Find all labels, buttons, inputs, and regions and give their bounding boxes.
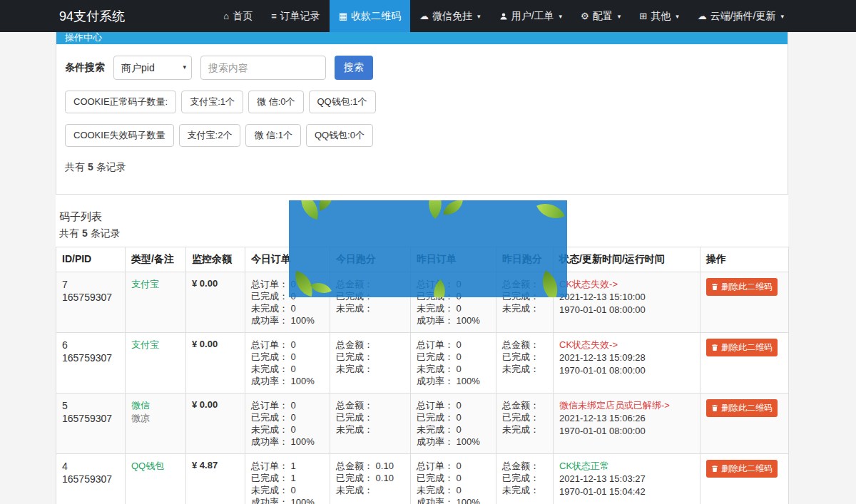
nav-order-records[interactable]: ≡ 订单记录	[262, 0, 330, 32]
row-type: 微信	[131, 399, 180, 412]
stat-line: 已完成： 0.10	[336, 472, 404, 484]
leaf-decoration	[427, 279, 453, 297]
nav-config[interactable]: ⚙ 配置 ▾	[571, 0, 630, 32]
row-pid: 165759307	[62, 412, 119, 425]
nav-home[interactable]: ⌂ 首页	[214, 0, 262, 32]
stat-line: 已完成： 0	[251, 351, 324, 363]
stat-line: 成功率： 100%	[251, 375, 324, 387]
list-count-suffix: 条记录	[91, 227, 121, 239]
trash-icon	[711, 465, 718, 473]
cell-status-times: CK状态失效-> 2021-12-13 15:09:28 1970-01-01 …	[554, 333, 700, 394]
wechat-valid-count-badge[interactable]: 微 信:0个	[248, 91, 303, 113]
leaf-decoration	[534, 270, 566, 297]
row-status: 微信未绑定店员或已解绑->	[559, 399, 694, 412]
delete-qrcode-button[interactable]: 删除此二维码	[706, 339, 778, 356]
cookie-valid-stats-row: COOKIE正常码子数量: 支付宝:1个 微 信:0个 QQ钱包:1个	[65, 91, 779, 113]
nav-users-tickets[interactable]: 用户/工单 ▾	[490, 0, 571, 32]
stat-line: 总订单： 0	[251, 399, 324, 411]
nav-wechat-nohang-label: 微信免挂	[432, 10, 472, 23]
cookie-invalid-title-badge[interactable]: COOKIE失效码子数量	[65, 124, 174, 147]
stat-line: 成功率： 100%	[251, 436, 324, 448]
stat-line: 未完成： 0	[251, 423, 324, 436]
nav-other[interactable]: ⊞ 其他 ▾	[630, 0, 688, 32]
column-header-type-note: 类型/备注	[126, 247, 186, 272]
stat-line: 未完成：	[502, 363, 547, 375]
stat-line: 未完成： 0	[417, 423, 490, 436]
qq-wallet-invalid-count-badge[interactable]: QQ钱包:0个	[306, 124, 373, 147]
search-type-select[interactable]: 商户pid	[113, 56, 192, 80]
row-pid: 165759307	[62, 473, 119, 485]
nav-home-label: 首页	[233, 10, 253, 23]
stat-line: 未完成： 0	[417, 302, 490, 314]
alipay-valid-count-badge[interactable]: 支付宝:1个	[181, 91, 243, 113]
stat-line: 总金额： 0.10	[336, 460, 404, 472]
nav-wechat-nohang[interactable]: ☁ 微信免挂 ▾	[410, 0, 490, 32]
nav-menu: ⌂ 首页 ≡ 订单记录 ▦ 收款二维码 ☁ 微信免挂 ▾ 用户/工单 ▾ ⚙ 配…	[214, 0, 793, 32]
chevron-down-icon: ▾	[780, 13, 784, 20]
row-pid: 165759307	[62, 351, 119, 364]
row-status: CK状态失效->	[559, 278, 694, 291]
alipay-invalid-count-badge[interactable]: 支付宝:2个	[179, 124, 241, 147]
stat-line: 已完成：	[336, 351, 404, 363]
stat-line: 已完成： 1	[251, 472, 324, 484]
cell-type-note: QQ钱包	[126, 454, 186, 504]
cell-status-times: 微信未绑定店员或已解绑-> 2021-12-13 15:06:26 1970-0…	[554, 394, 700, 454]
row-update-time: 2021-12-13 15:03:27	[559, 473, 694, 485]
cell-actions: 删除此二维码	[700, 394, 789, 454]
stat-line: 总订单： 0	[417, 460, 490, 472]
nav-order-records-label: 订单记录	[280, 10, 320, 23]
stat-line: 成功率： 100%	[417, 314, 490, 326]
row-note: 微凉	[131, 412, 180, 425]
wechat-invalid-count-badge[interactable]: 微 信:1个	[245, 124, 300, 147]
cloud-icon: ☁	[419, 11, 429, 21]
row-run-time: 1970-01-01 08:00:00	[559, 364, 694, 377]
home-icon: ⌂	[223, 11, 229, 21]
cell-id-pid: 5 165759307	[56, 394, 126, 454]
stat-line: 已完成： 0	[417, 351, 490, 363]
chevron-down-icon: ▾	[559, 13, 563, 20]
cell-today-orders: 总订单： 0已完成： 0未完成： 0成功率： 100%	[245, 333, 330, 394]
cell-balance: ¥ 0.00	[186, 333, 245, 394]
gear-icon: ⚙	[581, 11, 589, 21]
qq-wallet-valid-count-badge[interactable]: QQ钱包:1个	[309, 91, 376, 113]
row-id: 5	[62, 399, 119, 412]
row-type: QQ钱包	[131, 460, 180, 473]
nav-cloud-plugins[interactable]: ☁ 云端/插件/更新 ▾	[688, 0, 793, 32]
stat-line: 未完成：	[502, 484, 547, 496]
cookie-invalid-stats-row: COOKIE失效码子数量 支付宝:2个 微 信:1个 QQ钱包:0个	[65, 124, 779, 147]
search-input[interactable]	[200, 56, 326, 80]
record-count-suffix: 条记录	[96, 161, 126, 173]
stat-line: 成功率： 100%	[251, 314, 324, 326]
cloud-icon: ☁	[698, 11, 707, 21]
stat-line: 已完成： 0	[251, 411, 324, 423]
cell-yesterday-orders: 总订单： 0已完成： 0未完成： 0成功率： 100%	[411, 454, 496, 504]
stat-line: 未完成：	[336, 363, 404, 375]
delete-qrcode-button-label: 删除此二维码	[721, 402, 773, 414]
brand-title[interactable]: 94支付系统	[59, 0, 125, 32]
cell-id-pid: 7 165759307	[56, 272, 126, 333]
leaf-watermark-overlay	[289, 200, 567, 297]
row-balance: ¥ 4.87	[192, 460, 218, 470]
cell-balance: ¥ 4.87	[186, 454, 245, 504]
stat-line: 已完成：	[502, 411, 547, 423]
record-count-value: 5	[88, 161, 93, 173]
column-header-actions: 操作	[700, 247, 789, 272]
row-type: 支付宝	[131, 278, 180, 291]
list-count-value: 5	[82, 227, 88, 239]
stat-line: 总金额：	[502, 399, 547, 411]
panel-body: 条件搜索 商户pid ▾ 搜索 COOKIE正常码子数量: 支付宝:1个 微 信…	[56, 44, 788, 194]
row-id: 6	[62, 339, 119, 351]
row-run-time: 1970-01-01 08:00:00	[559, 425, 694, 438]
delete-qrcode-button[interactable]: 删除此二维码	[706, 278, 778, 296]
delete-qrcode-button[interactable]: 删除此二维码	[706, 460, 778, 478]
gift-icon: ⊞	[639, 11, 647, 21]
stat-line: 未完成： 0	[251, 484, 324, 496]
stat-line: 总订单： 1	[251, 460, 324, 472]
stat-line: 未完成：	[336, 302, 404, 314]
nav-qrcode[interactable]: ▦ 收款二维码	[330, 0, 410, 32]
nav-other-label: 其他	[651, 10, 671, 23]
search-button[interactable]: 搜索	[335, 56, 373, 80]
cookie-valid-title-badge[interactable]: COOKIE正常码子数量:	[65, 91, 176, 113]
leaf-decoration	[310, 277, 332, 297]
delete-qrcode-button[interactable]: 删除此二维码	[706, 399, 778, 417]
